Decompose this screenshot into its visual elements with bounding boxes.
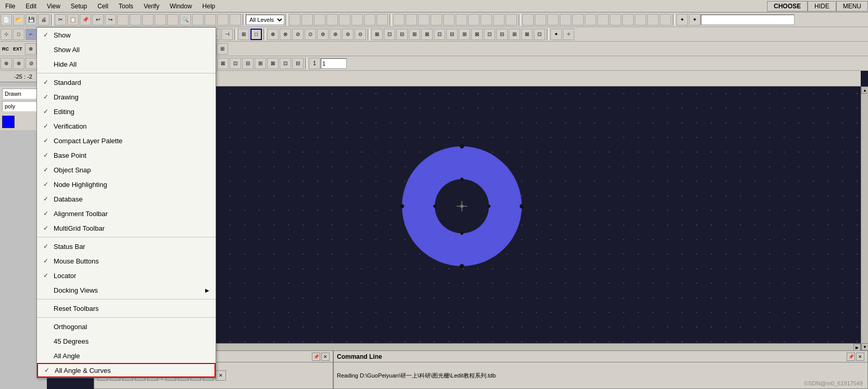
tb-rt8[interactable] <box>610 14 621 26</box>
tb2-adv1[interactable]: ⊠ <box>371 29 383 40</box>
tb-rt12[interactable] <box>660 14 671 26</box>
tb-cut[interactable]: ✂ <box>55 14 66 26</box>
tb2-rect2[interactable]: □ <box>250 29 262 40</box>
tb2-edit8[interactable]: ⊝ <box>355 29 366 40</box>
tb-text-input[interactable] <box>701 15 795 25</box>
scroll-down-btn[interactable]: ▼ <box>861 343 868 350</box>
menu-item-node-highlighting[interactable]: ✓ Node Highlighting <box>37 177 216 192</box>
menu-item-mouse-buttons[interactable]: ✓ Mouse Buttons <box>37 254 216 268</box>
tb-star2[interactable]: ✦ <box>689 14 700 26</box>
tb-bt9[interactable] <box>230 14 241 26</box>
menu-item-locator[interactable]: ✓ Locator <box>37 268 216 283</box>
tb-bt25[interactable] <box>481 14 492 26</box>
tb2-adv10[interactable]: ⊡ <box>484 29 495 40</box>
menu-item-show-all[interactable]: Show All <box>37 42 216 57</box>
tb-bt4[interactable] <box>155 14 166 26</box>
tb4-b14[interactable]: ⊞ <box>255 58 266 69</box>
tb-rt9[interactable] <box>622 14 634 26</box>
v-scrollbar[interactable]: ▲ ▼ <box>861 86 868 350</box>
tb4-a3[interactable]: ⊘ <box>26 58 37 69</box>
tb2-adv2[interactable]: ⊡ <box>384 29 395 40</box>
tb2-adv12[interactable]: ⊞ <box>509 29 520 40</box>
cmd-pin-btn[interactable]: 📌 <box>847 353 855 361</box>
tb-bt15[interactable] <box>351 14 363 26</box>
menu-item-base-point[interactable]: ✓ Base Point <box>37 148 216 162</box>
tb4-b15[interactable]: ⊠ <box>267 58 279 69</box>
menu-item-all-angle[interactable]: All Angle <box>37 348 216 363</box>
tb-undo[interactable]: ↩ <box>92 14 104 26</box>
tb2-adv14[interactable]: ⊡ <box>534 29 545 40</box>
tb4-c1[interactable]: 1 <box>309 58 320 69</box>
tb2-adv9[interactable]: ⊠ <box>471 29 483 40</box>
tb3-c8[interactable]: ⊞ <box>217 43 228 55</box>
tb-bt10[interactable] <box>289 14 300 26</box>
tb-bt16[interactable] <box>364 14 375 26</box>
tb-bt2[interactable] <box>130 14 141 26</box>
menu-setup[interactable]: Setup <box>66 0 92 12</box>
tb-bt3[interactable] <box>142 14 154 26</box>
tb-bt18[interactable] <box>393 14 405 26</box>
menu-item-multigrid[interactable]: ✓ MultiGrid Toolbar <box>37 221 216 235</box>
tb-bt21[interactable] <box>431 14 442 26</box>
tb2-adv7[interactable]: ⊟ <box>446 29 458 40</box>
menu-window[interactable]: Window <box>165 0 197 12</box>
tb2-edit3[interactable]: ⊘ <box>292 29 304 40</box>
tb-rt4[interactable] <box>560 14 571 26</box>
verif-close-btn[interactable]: ✕ <box>321 353 330 361</box>
tb-print[interactable]: 🖨 <box>38 14 49 26</box>
tb-bt26[interactable] <box>493 14 505 26</box>
tb4-num-input[interactable] <box>321 58 347 69</box>
menu-file[interactable]: File <box>0 0 20 12</box>
tb-bt17[interactable] <box>376 14 388 26</box>
tb-bt11[interactable] <box>301 14 313 26</box>
levels-dropdown[interactable]: All Levels <box>246 15 284 25</box>
hide-button[interactable]: HIDE <box>808 1 836 11</box>
tb2-select[interactable]: ⊹ <box>1 29 12 40</box>
menu-edit[interactable]: Edit <box>20 0 42 12</box>
menu-item-database[interactable]: ✓ Database <box>37 192 216 206</box>
tb-rt11[interactable] <box>647 14 659 26</box>
verif-pin-btn[interactable]: 📌 <box>312 353 320 361</box>
tb2-edit1[interactable]: ⊕ <box>267 29 279 40</box>
tb-bt19[interactable] <box>406 14 417 26</box>
menu-item-status-bar[interactable]: ✓ Status Bar <box>37 239 216 254</box>
menu-item-drawing[interactable]: ✓ Drawing <box>37 90 216 104</box>
color-swatch[interactable] <box>2 116 15 128</box>
tb-rt2[interactable] <box>535 14 546 26</box>
tb4-b13[interactable]: ⊟ <box>242 58 254 69</box>
tb-bt6[interactable] <box>192 14 204 26</box>
menu-button[interactable]: MENU <box>836 1 868 11</box>
tb2-grid[interactable]: ⊞ <box>238 29 249 40</box>
tb-star1[interactable]: ✦ <box>676 14 688 26</box>
menu-item-45degrees[interactable]: 45 Degrees <box>37 334 216 348</box>
tb4-b12[interactable]: ⊡ <box>230 58 241 69</box>
tb-find[interactable]: 🔍 <box>180 14 191 26</box>
menu-help[interactable]: Help <box>197 0 221 12</box>
menu-view[interactable]: View <box>42 0 66 12</box>
verif-b10[interactable]: ✕ <box>216 370 226 381</box>
v-scroll-track[interactable] <box>861 94 868 343</box>
tb4-a2[interactable]: ⊗ <box>13 58 24 69</box>
menu-verify[interactable]: Verify <box>139 0 165 12</box>
tb-bt13[interactable] <box>326 14 338 26</box>
menu-item-verification[interactable]: ✓ Verification <box>37 119 216 133</box>
tb-rt6[interactable] <box>585 14 596 26</box>
tb2-edit7[interactable]: ⊜ <box>342 29 354 40</box>
menu-item-alignment[interactable]: ✓ Alignment Toolbar <box>37 206 216 221</box>
tb2-compass2[interactable]: ✧ <box>563 29 574 40</box>
tb-bt8[interactable] <box>217 14 229 26</box>
tb2-rect[interactable]: □ <box>13 29 24 40</box>
tb-bt22[interactable] <box>443 14 455 26</box>
tb-bt14[interactable] <box>339 14 350 26</box>
tb2-compass[interactable]: ✦ <box>550 29 562 40</box>
menu-item-show[interactable]: ✓ Show <box>37 28 216 42</box>
tb2-adv4[interactable]: ⊞ <box>409 29 420 40</box>
choose-button[interactable]: CHOOSE <box>767 1 808 11</box>
tb2-shape[interactable]: ⌐ <box>26 29 37 40</box>
menu-item-editing[interactable]: ✓ Editing <box>37 104 216 119</box>
tb-save[interactable]: 💾 <box>26 14 37 26</box>
tb-copy[interactable]: 📋 <box>67 14 79 26</box>
menu-item-reset-toolbars[interactable]: Reset Toolbars <box>37 301 216 316</box>
tb-bt20[interactable] <box>418 14 430 26</box>
tb-bt24[interactable] <box>468 14 480 26</box>
